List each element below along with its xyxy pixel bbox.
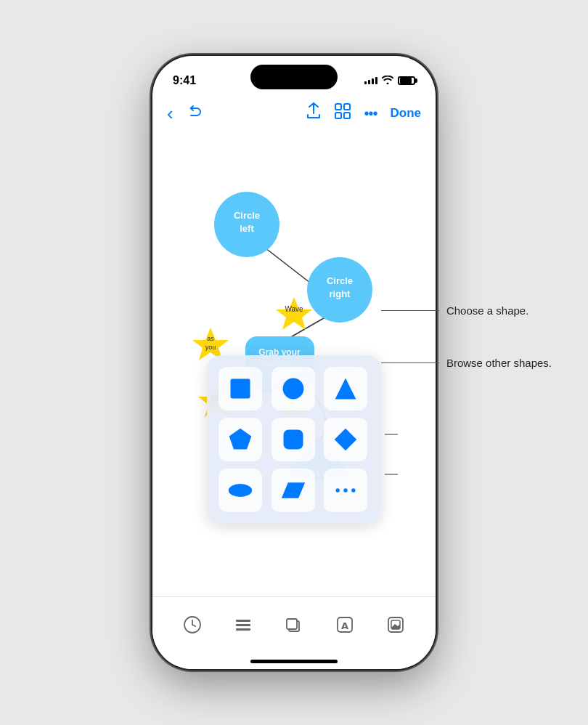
svg-text:you: you bbox=[205, 344, 216, 351]
shape-oval[interactable] bbox=[219, 469, 262, 512]
signal-bar-3 bbox=[372, 78, 374, 84]
svg-rect-3 bbox=[344, 113, 350, 118]
pen-tool-button[interactable] bbox=[183, 615, 202, 634]
svg-text:A: A bbox=[341, 620, 348, 631]
svg-rect-42 bbox=[236, 624, 250, 626]
shape-more[interactable] bbox=[324, 469, 367, 512]
shape-parallelogram[interactable] bbox=[271, 469, 315, 512]
svg-point-37 bbox=[336, 488, 340, 492]
battery-fill bbox=[400, 78, 412, 84]
svg-text:Wave: Wave bbox=[285, 305, 303, 313]
dynamic-island bbox=[250, 65, 338, 89]
svg-rect-2 bbox=[335, 113, 341, 118]
signal-bar-2 bbox=[368, 80, 370, 84]
shape-picker bbox=[207, 355, 381, 524]
svg-marker-32 bbox=[229, 429, 252, 450]
wifi-icon bbox=[382, 76, 393, 86]
svg-line-4 bbox=[265, 248, 314, 285]
svg-rect-41 bbox=[236, 620, 250, 622]
svg-marker-31 bbox=[335, 378, 356, 400]
callout-choose-shape-text: Choose a shape. bbox=[446, 304, 528, 317]
status-icons bbox=[364, 76, 415, 86]
shape-square[interactable] bbox=[219, 367, 262, 410]
svg-text:left: left bbox=[240, 223, 254, 234]
shape-circle[interactable] bbox=[271, 367, 315, 410]
callout-choose-shape: Choose a shape. bbox=[381, 304, 552, 317]
svg-text:Circle: Circle bbox=[327, 275, 353, 286]
bottom-toolbar: A bbox=[152, 596, 436, 669]
svg-point-35 bbox=[229, 484, 252, 497]
svg-rect-45 bbox=[287, 619, 297, 629]
svg-rect-29 bbox=[231, 379, 250, 399]
callout-browse-shapes: Browse other shapes. bbox=[381, 357, 552, 369]
svg-rect-33 bbox=[283, 430, 303, 450]
toolbar: ‹ ••• Done bbox=[152, 95, 436, 131]
text-button[interactable]: A bbox=[335, 615, 354, 634]
shape-triangle[interactable] bbox=[324, 367, 367, 410]
grid-button[interactable] bbox=[335, 103, 351, 123]
svg-point-39 bbox=[351, 488, 355, 492]
image-button[interactable] bbox=[386, 615, 405, 634]
svg-text:as: as bbox=[207, 335, 214, 342]
more-button[interactable]: ••• bbox=[364, 105, 377, 122]
svg-marker-36 bbox=[281, 482, 304, 498]
share-button[interactable] bbox=[306, 102, 322, 124]
signal-bar-4 bbox=[375, 77, 377, 84]
svg-rect-0 bbox=[335, 104, 341, 110]
shape-pentagon[interactable] bbox=[219, 418, 262, 461]
back-button[interactable]: ‹ bbox=[167, 102, 173, 125]
toolbar-left: ‹ bbox=[167, 102, 204, 125]
callout-browse-shapes-text: Browse other shapes. bbox=[446, 357, 552, 369]
status-time: 9:41 bbox=[173, 74, 196, 87]
done-button[interactable]: Done bbox=[391, 106, 422, 121]
layers-button[interactable] bbox=[285, 615, 303, 634]
callout-annotations: Choose a shape. Browse other shapes. bbox=[381, 304, 552, 369]
shape-diamond[interactable] bbox=[324, 418, 367, 461]
signal-bars bbox=[364, 77, 377, 84]
home-indicator bbox=[250, 660, 338, 663]
signal-bar-1 bbox=[364, 81, 367, 84]
svg-marker-34 bbox=[335, 429, 357, 451]
svg-text:Circle: Circle bbox=[234, 210, 260, 221]
svg-text:right: right bbox=[330, 288, 351, 299]
toolbar-right: ••• Done bbox=[306, 102, 421, 124]
battery-icon bbox=[398, 76, 415, 85]
svg-marker-12 bbox=[276, 297, 312, 330]
undo-button[interactable] bbox=[187, 102, 204, 124]
svg-point-38 bbox=[344, 488, 348, 492]
svg-marker-50 bbox=[391, 624, 400, 629]
svg-rect-43 bbox=[236, 628, 250, 631]
shape-rounded-square[interactable] bbox=[271, 418, 315, 461]
list-button[interactable] bbox=[234, 615, 253, 634]
svg-rect-1 bbox=[344, 104, 350, 110]
svg-point-30 bbox=[282, 378, 303, 400]
shape-grid bbox=[219, 367, 369, 512]
